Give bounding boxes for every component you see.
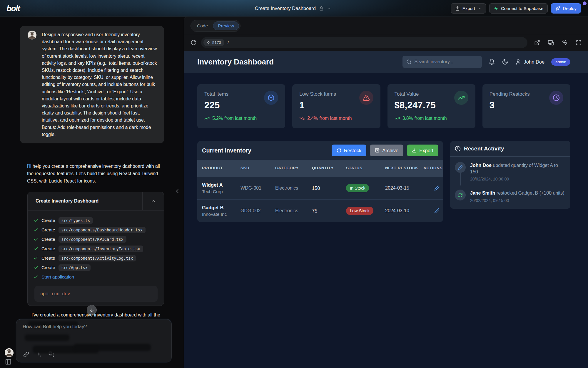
quantity-cell[interactable]: 150 bbox=[307, 185, 341, 191]
file-path[interactable]: src/components/KPICard.tsx bbox=[59, 236, 126, 243]
url-input[interactable]: 5173 / bbox=[201, 37, 527, 48]
edit-pencil-icon[interactable] bbox=[419, 208, 443, 213]
inspector-pointer-icon[interactable] bbox=[562, 39, 568, 46]
start-application-link[interactable]: Start application bbox=[41, 274, 74, 280]
role-badge: admin bbox=[551, 58, 570, 66]
kpi-cards: Total Items 225 5.2% from last month Low… bbox=[197, 84, 570, 128]
clock-icon bbox=[455, 146, 461, 152]
trending-up-icon bbox=[454, 91, 468, 105]
activity-action: restocked Gadget B (+100 units) bbox=[495, 190, 564, 195]
file-path[interactable]: src/App.tsx bbox=[59, 264, 91, 271]
product-name: Gadget B bbox=[202, 205, 236, 210]
search-input[interactable] bbox=[415, 59, 476, 64]
user-icon bbox=[515, 59, 521, 65]
artifact-card: Create Inventory Dashboard Create src/ty… bbox=[27, 192, 164, 306]
activity-item: John Doe updated quantity of Widget A to… bbox=[455, 162, 566, 190]
export-csv-button[interactable]: Export bbox=[407, 145, 438, 156]
artifact-collapse-button[interactable] bbox=[142, 192, 164, 210]
file-path[interactable]: src/types.ts bbox=[59, 217, 93, 224]
view-tabs: Code Preview bbox=[184, 17, 588, 35]
restock-button[interactable]: Restock bbox=[332, 145, 367, 156]
chevron-down-icon bbox=[478, 6, 482, 10]
chat-message-input[interactable] bbox=[23, 324, 164, 344]
search-icon bbox=[406, 59, 412, 64]
url-path: / bbox=[228, 40, 229, 45]
edit-pencil-icon bbox=[455, 162, 466, 173]
dark-mode-moon-icon[interactable] bbox=[502, 59, 508, 65]
discuss-chat-icon[interactable] bbox=[49, 352, 54, 357]
status-badge: In Stock bbox=[346, 184, 369, 192]
fullscreen-icon[interactable] bbox=[576, 40, 582, 46]
bolt-logo[interactable]: bolt bbox=[6, 4, 20, 13]
package-icon bbox=[264, 91, 278, 105]
current-inventory-panel: Current Inventory Restock bbox=[197, 141, 443, 222]
responsive-devices-icon[interactable] bbox=[548, 39, 554, 46]
terminal-command: npm bbox=[40, 291, 48, 296]
timeline-connector bbox=[460, 173, 461, 185]
check-icon bbox=[34, 275, 38, 279]
kpi-trend: 3.8% from last month bbox=[395, 116, 468, 121]
file-path[interactable]: src/components/DashboardHeader.tsx bbox=[59, 227, 146, 233]
artifact-step: Create src/components/InventoryTable.tsx bbox=[34, 244, 158, 253]
column-header: Next Restock bbox=[380, 165, 419, 171]
download-icon bbox=[412, 148, 417, 153]
user-name: John Doe bbox=[524, 59, 545, 65]
column-header: Quantity bbox=[307, 165, 341, 171]
artifact-title: Create Inventory Dashboard bbox=[28, 198, 98, 204]
sku-cell: WDG-001 bbox=[236, 185, 270, 191]
file-path[interactable]: src/components/InventoryTable.tsx bbox=[59, 246, 143, 252]
attach-link-icon[interactable] bbox=[23, 352, 29, 357]
chat-input-box[interactable] bbox=[16, 319, 172, 362]
column-header: Category bbox=[270, 165, 307, 171]
deploy-button[interactable]: Deploy bbox=[551, 3, 581, 14]
app-header: Inventory Dashboard bbox=[184, 51, 588, 73]
chevron-down-icon[interactable] bbox=[327, 6, 332, 11]
activity-user: John Doe bbox=[470, 163, 492, 168]
activity-user: Jane Smith bbox=[470, 190, 495, 195]
artifact-step: Create src/App.tsx bbox=[34, 263, 158, 272]
open-external-icon[interactable] bbox=[534, 40, 540, 46]
bell-icon[interactable] bbox=[489, 59, 495, 65]
trend-up-icon bbox=[395, 116, 400, 121]
redacted-content bbox=[74, 344, 151, 351]
activity-item: Jane Smith restocked Gadget B (+100 unit… bbox=[455, 190, 566, 208]
trend-down-icon bbox=[299, 116, 305, 121]
quantity-cell[interactable]: 75 bbox=[307, 208, 341, 214]
preview-url-bar: 5173 / bbox=[184, 35, 588, 50]
project-title-group[interactable]: Create Inventory Dashboard bbox=[255, 0, 332, 16]
kpi-card-total-items: Total Items 225 5.2% from last month bbox=[197, 84, 285, 128]
kpi-card-total-value: Total Value $8,247.75 3.8% from last mon… bbox=[387, 84, 475, 128]
enhance-sparkles-icon[interactable] bbox=[36, 352, 42, 357]
user-message-card: Design a responsive and user-friendly in… bbox=[20, 26, 164, 143]
tab-code[interactable]: Code bbox=[192, 21, 213, 30]
refresh-icon bbox=[337, 148, 341, 153]
chat-panel: Design a responsive and user-friendly in… bbox=[0, 17, 184, 368]
artifact-step: Create src/components/KPICard.tsx bbox=[34, 235, 158, 244]
sidebar-toggle-icon[interactable] bbox=[5, 359, 11, 365]
user-menu[interactable]: John Doe bbox=[515, 59, 545, 65]
file-path[interactable]: src/components/ActivityLog.tsx bbox=[59, 255, 136, 261]
alert-triangle-icon bbox=[359, 91, 373, 105]
trend-up-icon bbox=[204, 116, 210, 121]
chat-collapse-chevron[interactable] bbox=[174, 188, 181, 194]
project-title: Create Inventory Dashboard bbox=[255, 6, 316, 11]
activity-timestamp: 20/02/2024, 10:30:00 bbox=[470, 177, 566, 181]
inventory-title: Current Inventory bbox=[202, 147, 251, 154]
table-row: Widget A Tech Corp WDG-001 Electronics 1… bbox=[197, 177, 443, 199]
inventory-search[interactable] bbox=[402, 56, 482, 68]
category-cell: Electronics bbox=[270, 185, 307, 191]
connect-supabase-button[interactable]: Connect to Supabase bbox=[489, 3, 548, 14]
check-icon bbox=[34, 218, 38, 223]
account-avatar[interactable] bbox=[5, 348, 14, 357]
port-badge[interactable]: 5173 bbox=[203, 39, 224, 46]
tab-preview[interactable]: Preview bbox=[213, 21, 239, 30]
kpi-card-low-stock: Low Stock Items 1 2.4% from last month bbox=[292, 84, 380, 128]
export-button[interactable]: Export bbox=[451, 3, 486, 14]
reload-icon[interactable] bbox=[191, 39, 197, 46]
edit-pencil-icon[interactable] bbox=[419, 185, 443, 191]
start-application-step: Start application bbox=[34, 272, 158, 282]
terminal-block: npmrun dev bbox=[34, 286, 158, 302]
app-title: Inventory Dashboard bbox=[197, 57, 274, 67]
archive-button[interactable]: Archive bbox=[370, 145, 403, 156]
preview-iframe: Inventory Dashboard bbox=[184, 51, 588, 368]
